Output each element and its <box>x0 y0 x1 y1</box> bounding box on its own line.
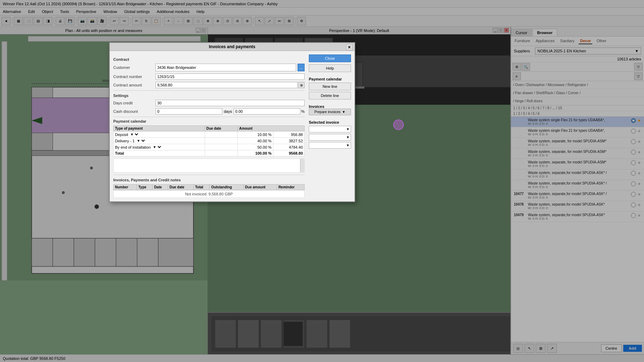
pct-sign: % <box>301 109 305 114</box>
total-label: Total <box>114 150 205 156</box>
inv-col-number: Number <box>114 185 137 190</box>
installation-type-cell: By end of installation ▼ <box>115 145 203 149</box>
modal-title: Invoices and payments <box>209 44 255 49</box>
deposit-type-label: Deposit <box>115 132 128 137</box>
payment-calendar-right-section: Payment calendar New line Delete line <box>309 77 351 99</box>
days-credit-group: Days credit <box>113 100 305 106</box>
modal-close-btn[interactable]: × <box>346 44 352 50</box>
invoices-section-header: Invoices, Payments and Credit notes <box>113 178 305 182</box>
delivery-pct: 40.00 % <box>238 138 273 144</box>
days-label: days <box>224 109 232 114</box>
contract-amount-group: Contract amount ⊕ <box>113 82 305 88</box>
settings-section-header: Settings <box>113 93 305 98</box>
cash-discount-group: Cash discount days % <box>113 108 305 115</box>
prepare-chevron: ▼ <box>342 110 345 114</box>
modal-left-section: Contract Customer … Contract number Cont… <box>113 54 305 198</box>
cash-discount-days-input[interactable] <box>155 108 222 115</box>
payment-col-amount: Amount <box>238 126 305 131</box>
installation-pct: 50.00 % <box>238 144 273 150</box>
modal-body: Contract Customer … Contract number Cont… <box>110 51 355 201</box>
deposit-type-select[interactable]: ▼ <box>129 132 139 137</box>
payment-row-installation: By end of installation ▼ 50.00 % 4784.40 <box>114 144 305 150</box>
deposit-pct: 10.00 % <box>238 131 273 138</box>
payment-row-total: Total 100.00 % 9568.80 <box>114 150 305 156</box>
help-btn[interactable]: Help <box>309 64 351 72</box>
settings-divider <box>113 90 305 91</box>
total-pct: 100.00 % <box>238 150 273 156</box>
invoice-action-2-arrow: ▼ <box>346 143 350 147</box>
payment-col-type: Type of payment <box>114 126 205 131</box>
invoice-action-dropdown-1[interactable]: ▼ <box>309 134 351 141</box>
modal-right-section: Close Help Payment calendar New line Del… <box>309 54 351 198</box>
invoice-action-1: ▼ <box>309 134 351 141</box>
contract-number-input[interactable] <box>155 73 305 80</box>
invoice-action-1-arrow: ▼ <box>346 135 350 139</box>
cash-discount-pct-input[interactable] <box>234 108 300 115</box>
customer-select-btn[interactable]: … <box>298 64 305 71</box>
modal-title-bar: Invoices and payments × <box>110 43 355 51</box>
customer-input[interactable] <box>155 64 296 71</box>
payment-row-deposit: Deposit ▼ 10.00 % 956.88 <box>114 131 305 138</box>
payment-scrollbar[interactable] <box>300 159 304 172</box>
selected-invoice-dropdown[interactable]: ▼ <box>309 126 351 132</box>
days-credit-input[interactable] <box>155 100 305 106</box>
payment-divider <box>113 117 305 117</box>
contract-number-label: Contract number <box>113 75 155 79</box>
inv-col-total: Total <box>193 185 210 190</box>
new-line-btn[interactable]: New line <box>309 83 351 90</box>
delivery-type-cell: Delivery - 1 ▼ <box>115 138 203 143</box>
inv-col-date: Date <box>153 185 168 190</box>
payment-calendar-right-label: Payment calendar <box>309 77 351 81</box>
total-duedate <box>205 150 237 156</box>
inv-col-reminder: Reminder <box>277 185 304 190</box>
contract-amount-label: Contract amount <box>113 83 155 87</box>
prepare-invoices-btn[interactable]: Prepare invoices ▼ <box>309 109 351 115</box>
contract-number-group: Contract number <box>113 73 305 80</box>
days-credit-label: Days credit <box>113 101 155 105</box>
payment-calendar-header: Payment calendar <box>113 119 146 123</box>
invoices-payments-dialog: Invoices and payments × Contract Custome… <box>109 42 355 202</box>
deposit-duedate <box>205 131 237 138</box>
payment-col-duedate: Due date <box>205 126 237 131</box>
not-invoiced-row: Not invoiced: 9,568.80 GBP <box>113 190 305 198</box>
delivery-type-label: Delivery - 1 <box>115 139 135 143</box>
cash-discount-label: Cash discount <box>113 109 155 114</box>
invoices-right-section: Invoices Prepare invoices ▼ <box>309 104 351 115</box>
selected-invoice-label: Selected invoice <box>309 120 351 124</box>
installation-amount: 4784.40 <box>273 144 305 150</box>
selected-invoice-arrow: ▼ <box>346 127 350 131</box>
contract-section-header: Contract <box>113 57 305 62</box>
inv-col-outstanding: Outstanding <box>210 185 243 190</box>
inv-col-duedate: Due date <box>168 185 193 190</box>
installation-type-select[interactable]: ▼ <box>152 145 162 149</box>
delivery-duedate <box>205 138 237 144</box>
invoice-action-dropdown-2[interactable]: ▼ <box>309 142 351 149</box>
total-amount: 9568.80 <box>273 150 305 156</box>
payment-calendar-row: Payment calendar <box>113 119 305 123</box>
installation-type-label: By end of installation <box>115 145 151 149</box>
inv-col-due: Due amount <box>243 185 277 190</box>
payment-empty-rows <box>113 159 305 173</box>
delete-line-btn[interactable]: Delete line <box>309 92 351 99</box>
customer-label: Customer <box>113 65 155 70</box>
invoices-right-label: Invoices <box>309 104 351 109</box>
deposit-amount: 956.88 <box>273 131 305 138</box>
payment-calendar-table: Type of payment Due date Amount Deposit … <box>113 125 305 156</box>
contract-amount-btn[interactable]: ⊕ <box>298 82 305 88</box>
selected-invoice-section: Selected invoice ▼ ▼ ▼ <box>309 120 351 149</box>
close-btn[interactable]: Close <box>309 54 351 62</box>
deposit-type-cell: Deposit ▼ <box>115 132 203 137</box>
modal-overlay: Invoices and payments × Contract Custome… <box>0 0 644 362</box>
invoices-table: Number Type Date Due date Total Outstand… <box>113 184 305 190</box>
delivery-type-select[interactable]: ▼ <box>135 138 146 143</box>
contract-amount-input[interactable] <box>155 82 298 88</box>
invoice-action-2: ▼ <box>309 142 351 149</box>
payment-row-delivery: Delivery - 1 ▼ 40.00 % 3827.52 <box>114 138 305 144</box>
inv-col-type: Type <box>137 185 153 190</box>
invoices-divider <box>113 175 305 175</box>
customer-group: Customer … <box>113 64 305 71</box>
delivery-amount: 3827.52 <box>273 138 305 144</box>
installation-duedate <box>205 144 237 150</box>
